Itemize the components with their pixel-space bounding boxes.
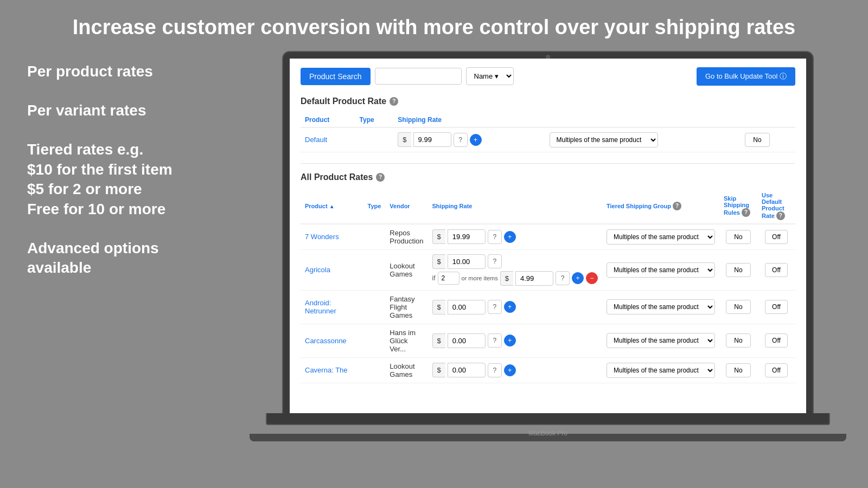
dollar-7wonders: $ xyxy=(432,229,445,244)
all-col-shipping-rate: Shipping Rate xyxy=(428,189,602,224)
rate-remove-agricola[interactable]: − xyxy=(586,272,598,284)
all-rates-section-title: All Product Rates ? xyxy=(301,172,795,182)
table-row: Android: Netrunner Fantasy Flight Games … xyxy=(301,290,795,324)
rate-help-7wonders[interactable]: ? xyxy=(488,230,502,244)
rate-add-caverna[interactable]: + xyxy=(504,364,516,376)
rate-group-7wonders: $ ? + xyxy=(432,229,598,244)
all-product-label: Product xyxy=(305,203,328,209)
rate-add-7wonders[interactable]: + xyxy=(504,231,516,243)
tiered-select-android[interactable]: Multiples of the same product xyxy=(607,299,715,314)
product-link-caverna[interactable]: Caverna: The xyxy=(305,366,348,374)
dollar-android: $ xyxy=(432,300,445,314)
laptop-wrapper: Product Search Name ▾ Go to Bulk Update … xyxy=(282,51,814,463)
rate-input-caverna[interactable] xyxy=(448,363,486,377)
default-rate-title-text: Default Product Rate xyxy=(301,97,386,106)
section-divider xyxy=(301,163,795,164)
default-rate-table: Product Type Shipping Rate Default xyxy=(301,113,795,152)
all-col-product: Product ▲ xyxy=(301,189,363,224)
type-7wonders xyxy=(363,224,386,250)
type-caverna xyxy=(363,357,386,383)
rate-add-agricola[interactable]: + xyxy=(572,272,584,284)
feature-advanced: Advanced options available xyxy=(27,239,201,278)
default-rate-help-icon[interactable]: ? xyxy=(390,97,398,106)
use-default-7wonders[interactable]: Off xyxy=(765,230,788,244)
feature-per-variant-label: Per variant rates xyxy=(27,101,201,120)
use-default-header-help[interactable]: ? xyxy=(776,211,785,220)
tiered-row-agricola: if or more items $ ? + − xyxy=(432,271,598,286)
col-tiered-group xyxy=(545,113,741,127)
skip-header-help[interactable]: ? xyxy=(742,208,750,217)
feature-per-product: Per product rates xyxy=(27,62,201,81)
laptop-screen: Product Search Name ▾ Go to Bulk Update … xyxy=(290,59,806,419)
default-rate-input[interactable] xyxy=(413,132,451,147)
all-col-type: Type xyxy=(363,189,386,224)
table-row: Carcassonne Hans im Glück Ver... $ ? xyxy=(301,324,795,357)
default-tiered-select[interactable]: Multiples of the same product xyxy=(550,132,658,147)
use-default-android[interactable]: Off xyxy=(765,300,788,314)
app-content: Product Search Name ▾ Go to Bulk Update … xyxy=(290,59,806,403)
skip-no-agricola[interactable]: No xyxy=(726,263,750,277)
if-label-agricola: if xyxy=(432,274,436,282)
laptop-container: Product Search Name ▾ Go to Bulk Update … xyxy=(228,51,868,485)
all-rates-table: Product ▲ Type Vendor Shipping Rate Tier… xyxy=(301,189,795,383)
rate-help-carcassonne[interactable]: ? xyxy=(488,333,502,348)
laptop-bottom xyxy=(266,413,830,425)
bulk-update-label: Go to Bulk Update Tool ⓘ xyxy=(705,72,787,81)
tiered-select-7wonders[interactable]: Multiples of the same product xyxy=(607,229,715,245)
default-rate-help-btn[interactable]: ? xyxy=(454,133,468,147)
all-col-tiered-group: Tiered Shipping Group ? xyxy=(602,189,719,224)
tiered-select-carcassonne[interactable]: Multiples of the same product xyxy=(607,333,715,348)
col-type: Type xyxy=(355,113,394,127)
use-default-agricola[interactable]: Off xyxy=(765,263,788,277)
use-default-caverna[interactable]: Off xyxy=(765,363,788,377)
rate-input-agricola-1[interactable] xyxy=(448,254,486,269)
rate-input-carcassonne[interactable] xyxy=(448,333,486,348)
product-search-button[interactable]: Product Search xyxy=(301,68,371,85)
all-col-skip: Skip Shipping Rules ? xyxy=(719,189,757,224)
skip-no-android[interactable]: No xyxy=(726,300,750,314)
top-bar: Product Search Name ▾ Go to Bulk Update … xyxy=(301,67,795,86)
default-product-link[interactable]: Default xyxy=(305,136,327,144)
skip-no-7wonders[interactable]: No xyxy=(726,230,750,244)
top-bar-left: Product Search Name ▾ xyxy=(301,67,514,85)
tiered-header-help[interactable]: ? xyxy=(673,202,681,210)
vendor-agricola: Lookout Games xyxy=(385,249,427,290)
search-input[interactable] xyxy=(375,68,462,85)
bulk-update-button[interactable]: Go to Bulk Update Tool ⓘ xyxy=(697,67,795,86)
rate-add-carcassonne[interactable]: + xyxy=(504,335,516,346)
name-select[interactable]: Name ▾ xyxy=(466,67,514,85)
type-agricola xyxy=(363,249,386,290)
rate-input-android[interactable] xyxy=(448,300,486,314)
vendor-7wonders: Repos Production xyxy=(385,224,427,250)
default-rate-row: Default $ ? + xyxy=(301,127,795,152)
product-link-carcassonne[interactable]: Carcassonne xyxy=(305,337,347,345)
rate-add-android[interactable]: + xyxy=(504,301,516,313)
skip-no-caverna[interactable]: No xyxy=(726,363,750,377)
table-row: 7 Wonders Repos Production $ ? + xyxy=(301,224,795,250)
tiered-select-agricola[interactable]: Multiples of the same product xyxy=(607,262,715,278)
all-rates-help-icon[interactable]: ? xyxy=(376,173,385,182)
table-row: Caverna: The Lookout Games $ ? + xyxy=(301,357,795,383)
rate-input-agricola-2[interactable] xyxy=(515,271,553,286)
rate-help-agricola-2[interactable]: ? xyxy=(556,271,570,285)
rate-group-agricola-1: $ ? xyxy=(432,254,598,269)
or-more-agricola: or more items xyxy=(462,275,498,281)
rate-help-agricola-1[interactable]: ? xyxy=(488,254,502,268)
product-link-agricola[interactable]: Agricola xyxy=(305,266,330,274)
rate-help-caverna[interactable]: ? xyxy=(488,363,502,377)
rate-help-android[interactable]: ? xyxy=(488,300,502,314)
col-product: Product xyxy=(301,113,355,127)
product-link-android[interactable]: Android: Netrunner xyxy=(305,299,336,315)
default-rate-add-btn[interactable]: + xyxy=(470,134,482,146)
skip-no-carcassonne[interactable]: No xyxy=(726,333,750,348)
rate-group-carcassonne: $ ? + xyxy=(432,333,598,348)
rate-group-android: $ ? + xyxy=(432,300,598,314)
default-skip-no-btn[interactable]: No xyxy=(745,133,769,147)
use-default-carcassonne[interactable]: Off xyxy=(765,333,788,348)
tiered-select-caverna[interactable]: Multiples of the same product xyxy=(607,363,715,378)
vendor-caverna: Lookout Games xyxy=(385,357,427,383)
rate-input-7wonders[interactable] xyxy=(448,229,486,244)
qty-input-agricola[interactable] xyxy=(438,272,459,285)
col-shipping-rate: Shipping Rate xyxy=(393,113,545,127)
product-link-7wonders[interactable]: 7 Wonders xyxy=(305,233,339,241)
